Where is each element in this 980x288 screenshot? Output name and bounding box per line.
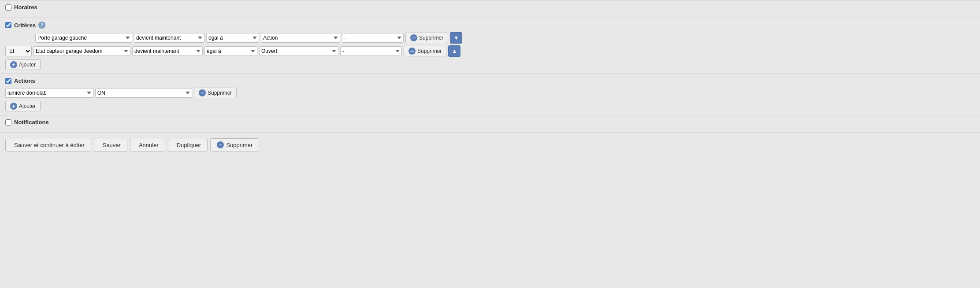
actions-title: Actions [14, 78, 35, 84]
footer: Sauver et continuer à éditer Sauver Annu… [0, 133, 980, 157]
action-supprimer-label-1: Supprimer [208, 90, 232, 96]
criteria-device-select-2[interactable]: Etat capteur garage Jeedom [33, 46, 130, 56]
actions-checkbox[interactable] [5, 78, 11, 84]
delete-button[interactable]: − Supprimer [210, 138, 259, 151]
criteria-condition-select-2[interactable]: devient maintenant [132, 46, 203, 56]
criteria-arrow-btn-2[interactable]: ▲ [448, 45, 460, 57]
supprimer-label-1: Supprimer [419, 35, 443, 41]
action-value-select-1[interactable]: ON OFF [95, 88, 192, 98]
notifications-header: Notifications [5, 119, 975, 126]
criteres-section: Critères ? Porte garage gauche devient m… [0, 18, 980, 74]
criteria-value-select-1[interactable]: Action [261, 33, 340, 43]
duplicate-label: Dupliquer [177, 142, 201, 148]
minus-icon-action-1: − [199, 89, 206, 96]
delete-label: Supprimer [226, 142, 252, 148]
action-device-select-1[interactable]: lumière domolab [5, 88, 93, 98]
actions-section: Actions lumière domolab ON OFF − Supprim… [0, 74, 980, 115]
criteria-supprimer-btn-1[interactable]: − Supprimer [405, 33, 448, 43]
delete-icon: − [217, 141, 224, 148]
criteria-device-select-1[interactable]: Porte garage gauche [35, 33, 132, 43]
criteria-row-1: Porte garage gauche devient maintenant é… [5, 32, 975, 44]
horaires-header: Horaires [5, 4, 975, 11]
criteria-dash-select-1[interactable]: - [342, 33, 404, 43]
criteria-arrow-btn-1[interactable]: ▼ [450, 32, 462, 44]
horaires-section: Horaires [0, 0, 980, 18]
cancel-button[interactable]: Annuler [130, 139, 165, 151]
cancel-label: Annuler [139, 142, 159, 148]
notifications-checkbox[interactable] [5, 119, 11, 126]
duplicate-button[interactable]: + Dupliquer [168, 139, 208, 151]
criteria-value-select-2[interactable]: Ouvert [259, 46, 338, 56]
criteria-condition-select-1[interactable]: devient maintenant [134, 33, 204, 43]
save-button[interactable]: Sauver [94, 139, 127, 151]
horaires-title: Horaires [14, 4, 37, 11]
criteria-dash-select-2[interactable]: - [340, 46, 402, 56]
action-row-1: lumière domolab ON OFF − Supprimer [5, 88, 975, 98]
minus-icon-1: − [410, 34, 417, 41]
main-container: Horaires Critères ? Porte garage gauche … [0, 0, 980, 157]
save-continue-label: Sauver et continuer à éditer [14, 142, 85, 148]
criteres-ajouter-btn[interactable]: + Ajouter [5, 59, 41, 70]
criteres-ajouter-label: Ajouter [19, 62, 36, 68]
notifications-section: Notifications [0, 115, 980, 133]
criteria-operator-select-2[interactable]: égal à [204, 46, 257, 56]
horaires-checkbox[interactable] [5, 4, 11, 11]
save-label: Sauver [103, 142, 121, 148]
minus-icon-2: − [408, 48, 416, 55]
actions-header: Actions [5, 78, 975, 84]
criteres-title: Critères [14, 22, 36, 29]
criteria-logic-select-2[interactable]: Et Ou [5, 46, 32, 56]
actions-ajouter-btn[interactable]: + Ajouter [5, 101, 41, 111]
criteres-header: Critères ? [5, 22, 975, 29]
criteres-checkbox[interactable] [5, 22, 11, 28]
save-continue-button[interactable]: Sauver et continuer à éditer [5, 139, 91, 151]
notifications-title: Notifications [14, 119, 49, 126]
plus-icon-actions: + [10, 103, 17, 110]
criteria-operator-select-1[interactable]: égal à [206, 33, 259, 43]
supprimer-label-2: Supprimer [417, 48, 442, 54]
action-supprimer-btn-1[interactable]: − Supprimer [194, 88, 237, 98]
criteria-supprimer-btn-2[interactable]: − Supprimer [404, 46, 446, 56]
plus-icon-criteres: + [10, 61, 17, 68]
actions-ajouter-label: Ajouter [19, 103, 36, 109]
criteres-help-icon[interactable]: ? [38, 22, 45, 29]
criteria-row-2: Et Ou Etat capteur garage Jeedom devient… [5, 45, 975, 57]
